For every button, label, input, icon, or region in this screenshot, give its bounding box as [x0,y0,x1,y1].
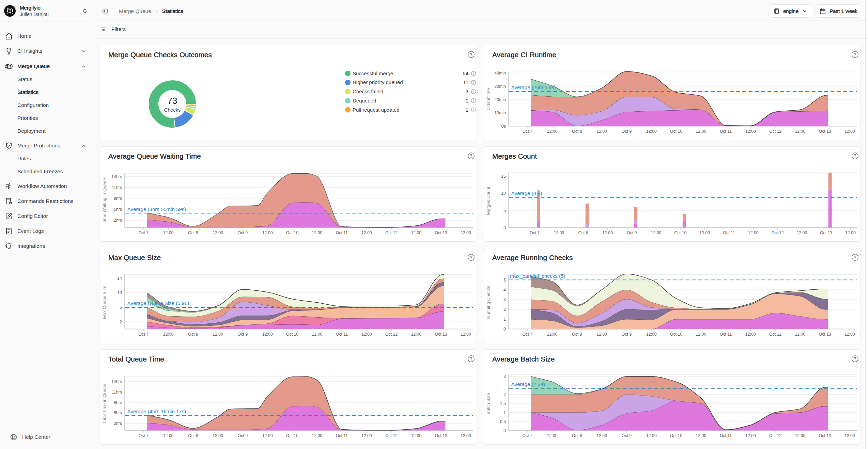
svg-text:12:00: 12:00 [844,433,855,438]
svg-text:Oct 13: Oct 13 [435,230,447,235]
svg-text:0: 0 [503,225,506,230]
svg-text:Oct 8: Oct 8 [188,433,198,438]
svg-text:Oct 7: Oct 7 [530,230,540,235]
svg-text:Oct 9: Oct 9 [238,332,248,337]
svg-text:12:00: 12:00 [646,129,657,134]
svg-text:Oct 13: Oct 13 [820,230,832,235]
svg-text:Oct 8: Oct 8 [578,230,588,235]
svg-text:Oct 7: Oct 7 [139,230,149,235]
svg-text:Oct 11: Oct 11 [720,332,732,337]
svg-text:Oct 12: Oct 12 [769,433,781,438]
svg-text:12:00: 12:00 [795,433,805,438]
svg-text:max_parallel_checks (5): max_parallel_checks (5) [510,273,565,279]
svg-text:Average (2.34): Average (2.34) [511,381,545,387]
svg-text:Oct 12: Oct 12 [771,230,784,235]
svg-text:Oct 7: Oct 7 [523,129,533,134]
svg-text:20min: 20min [494,97,506,102]
svg-text:1: 1 [466,98,468,103]
svg-text:Pull request updated: Pull request updated [353,107,400,113]
svg-text:12:00: 12:00 [596,129,607,134]
svg-text:Oct 13: Oct 13 [819,129,831,134]
svg-text:Average (4hrs 16min 17s): Average (4hrs 16min 17s) [127,408,186,414]
svg-text:Oct 9: Oct 9 [238,230,248,235]
svg-text:12:00: 12:00 [596,332,607,337]
svg-text:12:00: 12:00 [163,332,174,337]
svg-text:12:00: 12:00 [696,433,706,438]
svg-text:12:00: 12:00 [312,332,322,337]
svg-text:i: i [473,90,474,94]
svg-text:12:00: 12:00 [163,230,174,235]
svg-text:6: 6 [120,305,122,310]
svg-text:12:00: 12:00 [596,433,607,438]
svg-text:Oct 10: Oct 10 [670,433,682,438]
svg-text:10: 10 [117,290,122,295]
svg-text:Oct 10: Oct 10 [674,230,686,235]
svg-text:2hrs: 2hrs [114,218,122,223]
svg-text:12:00: 12:00 [361,332,372,337]
svg-text:12:00: 12:00 [163,433,174,438]
svg-text:2hrs: 2hrs [114,421,122,426]
svg-text:Oct 11: Oct 11 [336,433,348,438]
svg-text:Oct 7: Oct 7 [139,433,149,438]
svg-text:8hrs: 8hrs [114,196,122,201]
svg-text:Oct 10: Oct 10 [670,332,682,337]
svg-text:12:00: 12:00 [461,433,471,438]
svg-text:Oct 9: Oct 9 [622,129,632,134]
svg-text:1: 1 [503,410,506,415]
svg-text:Oct 10: Oct 10 [286,332,298,337]
svg-text:Oct 12: Oct 12 [385,332,398,337]
svg-text:Total Time in Queue: Total Time in Queue [102,384,107,423]
svg-text:Oct 8: Oct 8 [572,433,582,438]
svg-text:14hrs: 14hrs [111,379,122,384]
svg-text:Oct 8: Oct 8 [188,332,198,337]
svg-text:Oct 7: Oct 7 [523,433,533,438]
svg-text:2: 2 [503,392,506,397]
svg-text:12:00: 12:00 [844,332,855,337]
svg-text:12:00: 12:00 [795,332,805,337]
svg-text:12:00: 12:00 [696,332,706,337]
svg-text:4: 4 [503,288,506,292]
svg-text:Max Queue Size: Max Queue Size [102,286,107,319]
svg-text:11: 11 [463,79,468,85]
svg-text:5hrs: 5hrs [114,411,122,415]
svg-text:12:00: 12:00 [745,332,756,337]
svg-text:Oct 11: Oct 11 [720,129,732,134]
svg-text:Oct 13: Oct 13 [435,433,447,438]
svg-text:12:00: 12:00 [213,230,223,235]
svg-text:Oct 9: Oct 9 [627,230,637,235]
svg-text:i: i [473,81,474,84]
svg-text:12:00: 12:00 [411,332,421,337]
svg-text:Oct 9: Oct 9 [238,433,248,438]
svg-text:12:00: 12:00 [411,230,421,235]
svg-text:12:00: 12:00 [461,332,471,337]
svg-text:12:00: 12:00 [699,230,710,235]
svg-text:0s: 0s [501,124,506,129]
svg-text:12:00: 12:00 [745,433,756,438]
svg-text:12:00: 12:00 [312,433,322,438]
svg-text:Average (3hrs 55min 59s): Average (3hrs 55min 59s) [127,206,186,212]
svg-text:12:00: 12:00 [411,433,421,438]
svg-text:Oct 8: Oct 8 [188,230,198,235]
svg-text:5: 5 [503,208,506,213]
svg-text:Time Waiting in Queue: Time Waiting in Queue [102,178,107,223]
svg-text:Batch Size: Batch Size [486,393,491,414]
svg-text:12:00: 12:00 [547,332,558,337]
svg-text:12:00: 12:00 [213,332,223,337]
svg-text:Oct 13: Oct 13 [435,332,447,337]
svg-text:Oct 7: Oct 7 [139,332,149,337]
svg-text:15: 15 [501,174,506,179]
svg-text:i: i [473,108,474,112]
svg-text:0: 0 [503,327,506,332]
svg-text:12:00: 12:00 [312,230,322,235]
svg-text:Oct 10: Oct 10 [286,433,298,438]
svg-text:Higher priority queued: Higher priority queued [353,79,403,85]
svg-text:12:00: 12:00 [461,230,471,235]
svg-text:12:00: 12:00 [262,433,273,438]
svg-text:Average Queue Size (5.96): Average Queue Size (5.96) [127,300,189,306]
svg-text:12:00: 12:00 [602,230,613,235]
svg-text:Running Checks: Running Checks [486,286,491,319]
svg-text:12:00: 12:00 [547,433,558,438]
svg-text:12:00: 12:00 [844,129,855,134]
svg-text:8hrs: 8hrs [114,400,122,405]
svg-text:Oct 11: Oct 11 [336,332,348,337]
